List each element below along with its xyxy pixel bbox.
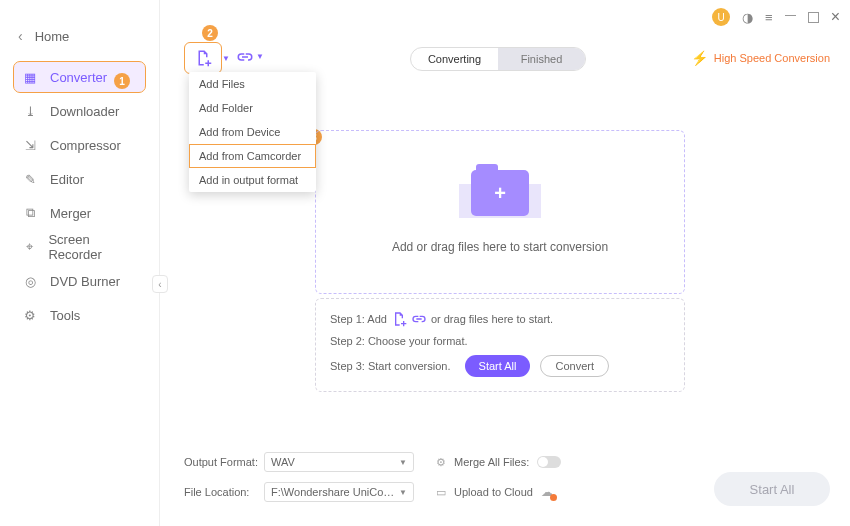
output-format-value: WAV	[271, 456, 295, 468]
toolbar: ▼ ▼	[184, 42, 254, 74]
sidebar-collapse-button[interactable]: ‹	[152, 275, 168, 293]
sidebar-item-dvd-burner[interactable]: ◎ DVD Burner	[14, 266, 145, 296]
step-3-row: Step 3: Start conversion. Start All Conv…	[330, 355, 670, 377]
tabs: Converting Finished	[410, 47, 586, 71]
downloader-icon: ⤓	[22, 104, 38, 119]
sidebar-item-label: Editor	[50, 172, 84, 187]
sidebar-item-label: Downloader	[50, 104, 119, 119]
folder-add-icon	[471, 170, 529, 216]
sidebar: ‹ Home ▦ Converter ⤓ Downloader ⇲ Compre…	[0, 0, 160, 526]
chevron-down-icon: ▼	[399, 458, 407, 467]
file-location-label: File Location:	[184, 486, 264, 498]
dropdown-add-files[interactable]: Add Files	[189, 72, 316, 96]
chevron-down-icon: ▼	[256, 52, 264, 61]
cloud-icon[interactable]: ☁	[541, 485, 553, 499]
merge-label: Merge All Files:	[454, 456, 529, 468]
editor-icon: ✎	[22, 172, 38, 187]
high-speed-link[interactable]: ⚡ High Speed Conversion	[691, 50, 830, 66]
upload-label: Upload to Cloud	[454, 486, 533, 498]
sidebar-item-compressor[interactable]: ⇲ Compressor	[14, 130, 145, 160]
tab-converting[interactable]: Converting	[411, 48, 498, 70]
chevron-down-icon: ▼	[399, 488, 407, 497]
step-2-row: Step 2: Choose your format.	[330, 335, 670, 347]
sidebar-item-label: Converter	[50, 70, 107, 85]
step-1b-text: or drag files here to start.	[431, 313, 553, 325]
dropdown-add-in-output-format[interactable]: Add in output format	[189, 168, 316, 192]
chevron-down-icon: ▼	[222, 54, 230, 63]
sidebar-item-label: Tools	[50, 308, 80, 323]
output-format-row: Output Format: WAV ▼ ⚙ Merge All Files:	[184, 452, 830, 472]
dropdown-add-folder[interactable]: Add Folder	[189, 96, 316, 120]
tools-icon: ⚙	[22, 308, 38, 323]
link-add-icon	[236, 48, 254, 66]
sidebar-item-editor[interactable]: ✎ Editor	[14, 164, 145, 194]
start-all-button[interactable]: Start All	[714, 472, 830, 506]
file-add-icon[interactable]	[391, 311, 407, 327]
output-format-select[interactable]: WAV ▼	[264, 452, 414, 472]
gear-icon[interactable]: ⚙	[436, 456, 446, 469]
screen-recorder-icon: ⌖	[22, 239, 36, 255]
add-files-button[interactable]: ▼	[184, 42, 222, 74]
dropzone[interactable]: Add or drag files here to start conversi…	[315, 130, 685, 294]
step-badge-1: 1	[114, 73, 130, 89]
file-add-icon	[194, 49, 212, 67]
chevron-left-icon: ‹	[18, 28, 23, 44]
file-location-select[interactable]: F:\Wondershare UniConverter 1 ▼	[264, 482, 414, 502]
folder-icon[interactable]: ▭	[436, 486, 446, 499]
sidebar-item-tools[interactable]: ⚙ Tools	[14, 300, 145, 330]
sidebar-item-label: Screen Recorder	[48, 232, 137, 262]
add-url-button[interactable]: ▼	[236, 48, 254, 69]
link-add-icon[interactable]	[411, 311, 427, 327]
steps-panel: Step 1: Add or drag files here to start.…	[315, 298, 685, 392]
step-1a-text: Step 1: Add	[330, 313, 387, 325]
sidebar-item-label: DVD Burner	[50, 274, 120, 289]
step-1-row: Step 1: Add or drag files here to start.	[330, 311, 670, 327]
compressor-icon: ⇲	[22, 138, 38, 153]
sidebar-item-label: Merger	[50, 206, 91, 221]
output-format-label: Output Format:	[184, 456, 264, 468]
dropzone-text: Add or drag files here to start conversi…	[392, 240, 608, 254]
dropdown-add-from-camcorder[interactable]: Add from Camcorder	[189, 144, 316, 168]
bolt-icon: ⚡	[691, 50, 708, 66]
sidebar-item-merger[interactable]: ⧉ Merger	[14, 198, 145, 228]
add-dropdown: Add Files Add Folder Add from Device Add…	[189, 72, 316, 192]
step-3-text: Step 3: Start conversion.	[330, 360, 450, 372]
merge-toggle[interactable]	[537, 456, 561, 468]
convert-button[interactable]: Convert	[540, 355, 609, 377]
sidebar-item-downloader[interactable]: ⤓ Downloader	[14, 96, 145, 126]
nav-home[interactable]: ‹ Home	[18, 28, 141, 44]
sidebar-item-label: Compressor	[50, 138, 121, 153]
merger-icon: ⧉	[22, 205, 38, 221]
tab-finished[interactable]: Finished	[498, 48, 585, 70]
dvd-burner-icon: ◎	[22, 274, 38, 289]
converter-icon: ▦	[22, 70, 38, 85]
file-location-value: F:\Wondershare UniConverter 1	[271, 486, 399, 498]
start-all-small-button[interactable]: Start All	[465, 355, 531, 377]
high-speed-label: High Speed Conversion	[714, 52, 830, 64]
dropdown-add-from-device[interactable]: Add from Device	[189, 120, 316, 144]
sidebar-item-screen-recorder[interactable]: ⌖ Screen Recorder	[14, 232, 145, 262]
step-2-text: Step 2: Choose your format.	[330, 335, 468, 347]
nav-home-label: Home	[35, 29, 70, 44]
